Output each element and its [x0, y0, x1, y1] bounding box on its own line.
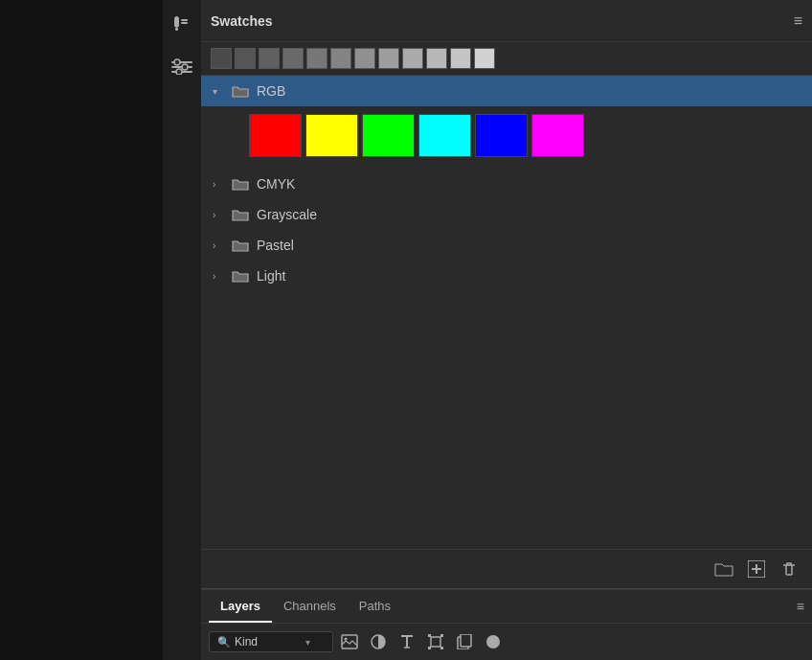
- brush-tool-icon[interactable]: [168, 10, 196, 38]
- new-folder-button[interactable]: [710, 556, 737, 582]
- gray-swatch[interactable]: [330, 48, 351, 69]
- svg-rect-17: [431, 637, 440, 647]
- layers-toolbar: 🔍 ▾: [201, 624, 812, 660]
- gray-swatch[interactable]: [474, 48, 495, 69]
- groups-content: ▾RGB›CMYK›Grayscale›Pastel›Light: [201, 76, 812, 549]
- search-icon: 🔍: [217, 636, 231, 649]
- group-name-light: Light: [257, 268, 285, 284]
- svg-point-8: [174, 59, 180, 65]
- tab-layers[interactable]: Layers: [209, 591, 272, 623]
- tab-channels[interactable]: Channels: [272, 591, 348, 623]
- rgb-swatch[interactable]: [475, 114, 528, 157]
- group-row-light[interactable]: ›Light: [201, 261, 812, 291]
- folder-icon-grayscale: [232, 207, 249, 222]
- folder-icon-rgb: [232, 83, 249, 99]
- gray-swatch[interactable]: [354, 48, 375, 69]
- gray-swatch[interactable]: [306, 48, 327, 69]
- svg-rect-4: [181, 22, 188, 24]
- rgb-swatch[interactable]: [249, 114, 302, 157]
- folder-icon-cmyk: [232, 176, 249, 192]
- svg-point-24: [486, 635, 500, 649]
- svg-rect-23: [461, 634, 471, 647]
- groups-wrapper: ▾RGB›CMYK›Grayscale›Pastel›Light: [201, 76, 812, 549]
- svg-rect-21: [440, 647, 443, 649]
- group-name-rgb: RGB: [257, 83, 285, 99]
- svg-rect-1: [174, 17, 179, 27]
- rgb-swatch[interactable]: [362, 114, 415, 157]
- group-name-cmyk: CMYK: [257, 176, 295, 192]
- tool-strip: [163, 0, 201, 660]
- svg-rect-20: [428, 647, 431, 649]
- add-swatch-button[interactable]: [743, 556, 770, 582]
- group-name-pastel: Pastel: [257, 238, 294, 253]
- grayscale-swatches-row: [201, 42, 812, 76]
- gray-swatch[interactable]: [402, 48, 423, 69]
- rgb-swatch[interactable]: [418, 114, 471, 157]
- svg-rect-2: [175, 27, 178, 31]
- tab-paths[interactable]: Paths: [348, 591, 402, 623]
- layer-effect-icon[interactable]: [481, 629, 506, 654]
- layer-image-icon[interactable]: [337, 629, 362, 654]
- svg-point-10: [176, 69, 182, 75]
- svg-rect-13: [752, 568, 761, 570]
- group-row-pastel[interactable]: ›Pastel: [201, 230, 812, 261]
- rgb-swatch[interactable]: [531, 114, 584, 157]
- layer-smart-object-icon[interactable]: [452, 629, 477, 654]
- swatches-title: Swatches: [211, 13, 273, 29]
- gray-swatch[interactable]: [259, 48, 280, 69]
- folder-icon-light: [232, 268, 249, 284]
- group-chevron-rgb: ▾: [213, 86, 224, 97]
- left-canvas-area: [0, 0, 163, 660]
- layers-kind-input[interactable]: [235, 635, 302, 649]
- group-chevron-light: ›: [213, 271, 224, 282]
- layer-text-icon[interactable]: [395, 629, 419, 654]
- swatches-menu-icon[interactable]: ≡: [794, 12, 802, 30]
- layer-shape-icon[interactable]: [423, 629, 448, 654]
- kind-chevron-icon: ▾: [305, 637, 310, 648]
- group-name-grayscale: Grayscale: [257, 207, 317, 222]
- gray-swatch[interactable]: [235, 48, 256, 69]
- tab-bar: Layers Channels Paths ≡: [201, 589, 812, 624]
- group-chevron-cmyk: ›: [213, 179, 224, 190]
- group-chevron-grayscale: ›: [213, 210, 224, 220]
- gray-swatch[interactable]: [450, 48, 471, 69]
- group-chevron-pastel: ›: [213, 240, 224, 251]
- gray-swatch[interactable]: [426, 48, 447, 69]
- tab-menu-icon[interactable]: ≡: [797, 599, 804, 614]
- group-row-grayscale[interactable]: ›Grayscale: [201, 199, 812, 230]
- group-row-rgb[interactable]: ▾RGB: [201, 76, 812, 106]
- gray-swatch[interactable]: [378, 48, 399, 69]
- svg-point-15: [345, 638, 348, 641]
- svg-rect-18: [428, 634, 431, 637]
- swatches-panel: Swatches ≡ ▾RGB›CMYK›Grayscale›Pastel›Li…: [201, 0, 812, 589]
- swatches-toolbar: [201, 549, 812, 588]
- delete-swatch-button[interactable]: [776, 556, 802, 582]
- gray-swatch[interactable]: [282, 48, 304, 69]
- swatches-header: Swatches ≡: [201, 0, 812, 42]
- main-panel: Swatches ≡ ▾RGB›CMYK›Grayscale›Pastel›Li…: [201, 0, 812, 660]
- mixer-tool-icon[interactable]: [168, 52, 196, 80]
- group-row-cmyk[interactable]: ›CMYK: [201, 169, 812, 199]
- rgb-swatch[interactable]: [305, 114, 358, 157]
- svg-point-9: [182, 64, 188, 70]
- layer-adjustment-icon[interactable]: [366, 629, 391, 654]
- folder-icon-pastel: [232, 238, 249, 253]
- expanded-swatches-rgb: [201, 106, 812, 169]
- gray-swatch[interactable]: [211, 48, 232, 69]
- svg-rect-3: [181, 19, 188, 21]
- layers-search-box: 🔍 ▾: [209, 631, 333, 652]
- svg-rect-19: [440, 634, 443, 637]
